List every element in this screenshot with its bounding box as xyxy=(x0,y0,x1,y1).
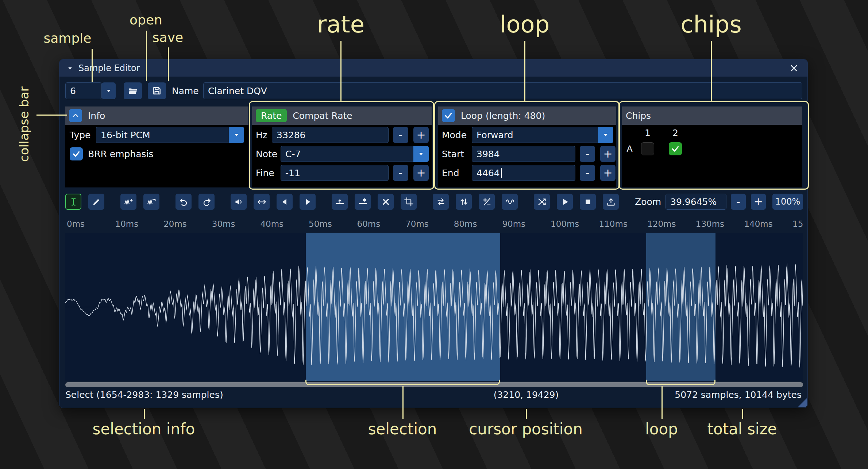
hz-plus-button[interactable]: + xyxy=(413,127,429,143)
annotation-selection: selection xyxy=(368,420,437,438)
fine-minus-button[interactable]: - xyxy=(393,165,408,181)
save-button[interactable] xyxy=(148,82,166,99)
titlebar[interactable]: Sample Editor xyxy=(59,59,807,77)
annotation-rate: rate xyxy=(317,11,364,38)
insert-silence-button[interactable] xyxy=(332,194,348,210)
arrows-h-icon xyxy=(257,197,267,207)
fade-out-button[interactable] xyxy=(300,194,316,210)
signed-unsigned-button[interactable] xyxy=(479,194,495,210)
loop-start-minus-button[interactable]: - xyxy=(580,146,595,162)
close-button[interactable] xyxy=(788,62,800,74)
zoom-out-button[interactable]: - xyxy=(731,194,746,210)
hz-label: Hz xyxy=(256,127,267,143)
wave-resample-icon xyxy=(147,197,157,207)
redo-button[interactable] xyxy=(198,194,215,210)
loop-end-minus-button[interactable]: - xyxy=(580,165,595,181)
annotation-total-size: total size xyxy=(707,420,777,438)
loop-end-plus-button[interactable]: + xyxy=(600,165,616,181)
chip-1-checkbox[interactable] xyxy=(641,142,654,155)
amplify-button[interactable] xyxy=(231,194,247,210)
edit-mode-draw-button[interactable] xyxy=(88,194,104,210)
reverse-button[interactable] xyxy=(433,194,449,210)
type-dropdown[interactable]: 16-bit PCM xyxy=(96,127,244,143)
name-label: Name xyxy=(172,82,199,99)
window-collapse-triangle-icon[interactable] xyxy=(67,65,73,71)
stop-icon xyxy=(583,197,593,207)
apply-silence-button[interactable] xyxy=(355,194,371,210)
crossfade-button[interactable] xyxy=(534,194,550,210)
create-instrument-button[interactable] xyxy=(603,194,619,210)
timeline-label: 90ms xyxy=(502,219,525,229)
fine-input[interactable]: -11 xyxy=(281,165,389,181)
note-dropdown-arrow-button[interactable] xyxy=(413,146,429,162)
annotation-line-selection xyxy=(402,386,404,419)
rate-panel-title: Compat Rate xyxy=(293,111,352,121)
brr-emphasis-checkbox[interactable] xyxy=(70,147,83,160)
resize-grip[interactable] xyxy=(798,398,807,407)
loop-panel: Loop (length: 480) Mode Forward Start 39… xyxy=(438,106,616,187)
name-input[interactable]: Clarinet DQV xyxy=(203,82,802,99)
sample-toolbar: Zoom 39.9645% - + 100% xyxy=(65,193,803,210)
toolbar-buttons xyxy=(65,194,635,210)
loop-enable-checkbox[interactable] xyxy=(442,109,455,122)
wave-resize-icon xyxy=(124,197,134,207)
delete-button[interactable] xyxy=(378,194,394,210)
fine-label: Fine xyxy=(256,165,274,181)
chip-2-checkbox[interactable] xyxy=(669,142,682,155)
dropdown-arrow-icon xyxy=(233,131,240,139)
trim-button[interactable] xyxy=(401,194,417,210)
sample-number-dropdown-button[interactable] xyxy=(102,82,116,99)
annotation-line-open xyxy=(146,31,147,81)
annotation-line-chips xyxy=(711,41,712,101)
toolbar-group xyxy=(65,194,104,210)
loop-start-input[interactable]: 3984 xyxy=(472,146,575,162)
sample-number-value: 6 xyxy=(70,86,76,96)
apply-filter-button[interactable] xyxy=(502,194,518,210)
note-dropdown[interactable]: C-7 xyxy=(281,146,429,162)
resample-button[interactable] xyxy=(143,194,159,210)
loop-end-value: 4464 xyxy=(477,168,500,178)
zoom-in-button[interactable]: + xyxy=(751,194,766,210)
zoom-reset-button[interactable]: 100% xyxy=(772,194,803,210)
loop-end-input[interactable]: 4464 xyxy=(472,165,575,181)
status-cursor-position: (3210, 19429) xyxy=(494,389,559,400)
fine-plus-button[interactable]: + xyxy=(413,165,429,181)
waveform-canvas[interactable] xyxy=(65,233,803,381)
dropdown-arrow-icon xyxy=(105,87,112,94)
preview-button[interactable] xyxy=(557,194,573,210)
timeline-label: 100ms xyxy=(551,219,579,229)
hz-value: 33286 xyxy=(277,130,306,140)
timeline-label: 10ms xyxy=(115,219,139,229)
cross-arrows-icon xyxy=(537,197,547,207)
edit-mode-select-button[interactable] xyxy=(65,194,81,210)
undo-button[interactable] xyxy=(175,194,192,210)
invert-button[interactable] xyxy=(456,194,472,210)
close-icon xyxy=(790,64,798,73)
normalize-button[interactable] xyxy=(254,194,270,210)
annotation-line-loop xyxy=(524,41,525,101)
zoom-input[interactable]: 39.9645% xyxy=(666,194,726,210)
timeline-label: 50ms xyxy=(309,219,332,229)
resize-button[interactable] xyxy=(120,194,136,210)
floppy-save-icon xyxy=(152,86,162,96)
note-value: C-7 xyxy=(285,149,301,159)
plus-minus-icon xyxy=(482,197,492,207)
loop-start-plus-button[interactable]: + xyxy=(600,146,616,162)
loop-mode-dropdown[interactable]: Forward xyxy=(472,127,613,143)
collapse-bar-button[interactable] xyxy=(69,109,82,122)
stop-preview-button[interactable] xyxy=(580,194,596,210)
crop-icon xyxy=(404,197,414,207)
timeline-ruler[interactable]: 0ms10ms20ms30ms40ms50ms60ms70ms80ms90ms1… xyxy=(65,216,803,232)
type-dropdown-arrow-button[interactable] xyxy=(229,127,244,143)
open-button[interactable] xyxy=(124,82,142,99)
rate-mode-badge[interactable]: Rate xyxy=(256,109,287,122)
fade-in-button[interactable] xyxy=(277,194,293,210)
mode-label: Mode xyxy=(442,127,467,143)
hz-input[interactable]: 33286 xyxy=(272,127,389,143)
sample-number-field[interactable]: 6 xyxy=(65,82,102,99)
toolbar-group xyxy=(534,194,619,210)
chevron-up-icon xyxy=(71,111,80,120)
loop-mode-dropdown-arrow-button[interactable] xyxy=(598,127,613,143)
waveform-area[interactable] xyxy=(65,233,803,381)
hz-minus-button[interactable]: - xyxy=(393,127,408,143)
